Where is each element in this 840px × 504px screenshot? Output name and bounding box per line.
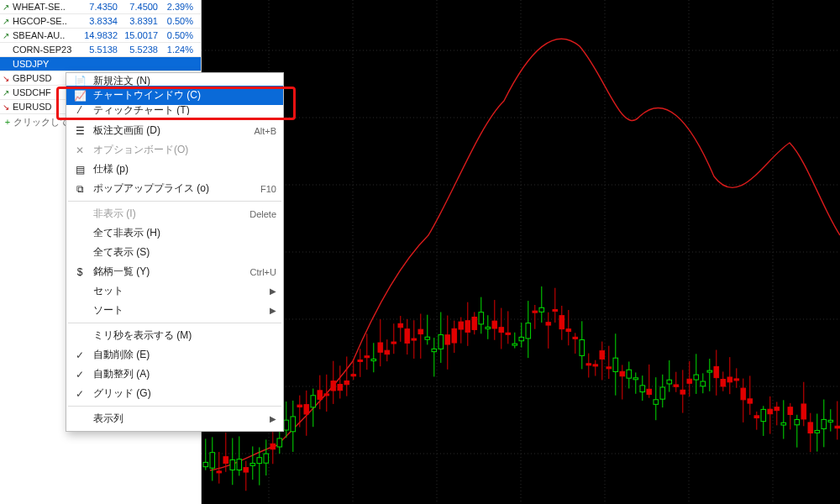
svg-rect-62 bbox=[358, 360, 363, 361]
bid-cell: 14.9832 bbox=[77, 30, 118, 40]
svg-rect-204 bbox=[835, 426, 840, 428]
svg-rect-106 bbox=[506, 333, 511, 334]
svg-rect-80 bbox=[418, 329, 423, 333]
menu-item[interactable]: セット▶ bbox=[66, 281, 283, 301]
svg-rect-148 bbox=[647, 389, 652, 394]
svg-rect-180 bbox=[754, 416, 759, 418]
svg-rect-156 bbox=[674, 385, 679, 386]
menu-item: 非表示 (I)Delete bbox=[66, 204, 283, 223]
menu-item[interactable]: ✓自動削除 (E) bbox=[66, 345, 283, 365]
watchlist-row[interactable]: CORN-SEP235.51385.52381.24% bbox=[0, 43, 201, 57]
ask-cell: 15.0017 bbox=[118, 30, 158, 40]
chevron-right-icon: ▶ bbox=[270, 414, 276, 423]
spec-icon: ▤ bbox=[71, 163, 88, 176]
svg-rect-132 bbox=[593, 365, 598, 366]
chart-area[interactable] bbox=[202, 0, 840, 504]
menu-item[interactable]: $銘柄一覧 (Y)Ctrl+U bbox=[66, 262, 283, 281]
svg-rect-190 bbox=[788, 407, 793, 415]
menu-item[interactable]: ✓自動整列 (A) bbox=[66, 365, 283, 384]
svg-rect-112 bbox=[526, 323, 531, 339]
svg-rect-200 bbox=[822, 419, 827, 428]
svg-rect-76 bbox=[405, 329, 410, 344]
svg-rect-64 bbox=[365, 356, 370, 358]
svg-rect-32 bbox=[257, 458, 262, 464]
svg-rect-58 bbox=[344, 381, 349, 384]
chevron-right-icon: ▶ bbox=[270, 306, 276, 315]
blank-icon bbox=[71, 412, 88, 426]
opt-icon: ✕ bbox=[71, 144, 88, 157]
change-cell: 0.50% bbox=[158, 16, 197, 26]
svg-rect-198 bbox=[815, 430, 820, 433]
svg-rect-118 bbox=[546, 323, 551, 325]
svg-rect-178 bbox=[748, 399, 753, 403]
change-cell: 0.50% bbox=[158, 30, 197, 40]
change-cell: 2.39% bbox=[158, 2, 197, 12]
svg-rect-94 bbox=[465, 321, 470, 333]
menu-item[interactable]: ✓グリッド (G) bbox=[66, 384, 283, 403]
arrow-up-icon: ↗ bbox=[0, 88, 12, 97]
add-symbol-label: クリックして bbox=[13, 116, 69, 129]
popup-icon: ⧉ bbox=[71, 182, 88, 196]
menu-item[interactable]: ソート▶ bbox=[66, 301, 283, 320]
svg-rect-110 bbox=[519, 337, 524, 340]
svg-rect-142 bbox=[627, 370, 632, 378]
svg-rect-30 bbox=[250, 464, 255, 466]
blank-icon bbox=[71, 304, 88, 318]
arrow-down-icon: ↘ bbox=[0, 102, 12, 112]
svg-rect-102 bbox=[492, 321, 497, 328]
menu-item[interactable]: ☰板注文画面 (D)Alt+B bbox=[66, 121, 283, 140]
bid-cell: 3.8334 bbox=[77, 16, 118, 26]
menu-item[interactable]: 全て非表示 (H) bbox=[66, 223, 283, 243]
svg-rect-36 bbox=[270, 444, 276, 449]
svg-rect-134 bbox=[600, 351, 605, 360]
svg-rect-188 bbox=[781, 423, 786, 425]
svg-rect-136 bbox=[606, 367, 612, 369]
menu-item[interactable]: 全て表示 (S) bbox=[66, 243, 283, 262]
board-icon: ☰ bbox=[71, 124, 88, 138]
svg-rect-196 bbox=[808, 423, 813, 433]
svg-rect-130 bbox=[586, 364, 591, 365]
menu-separator bbox=[68, 406, 281, 407]
menu-item-label: セット bbox=[93, 284, 270, 298]
list-icon: $ bbox=[71, 265, 88, 279]
watchlist-row[interactable]: ↗WHEAT-SE..7.43507.45002.39% bbox=[0, 0, 201, 14]
svg-rect-96 bbox=[472, 318, 477, 330]
menu-item[interactable]: 表示列▶ bbox=[66, 409, 283, 428]
arrow-down-icon: ↘ bbox=[0, 74, 12, 83]
menu-item[interactable]: ミリ秒を表示する (M) bbox=[66, 326, 283, 345]
svg-rect-50 bbox=[318, 391, 323, 400]
menu-item-label: ミリ秒を表示する (M) bbox=[93, 328, 276, 343]
svg-rect-68 bbox=[378, 343, 383, 352]
svg-rect-158 bbox=[680, 390, 685, 394]
menu-item[interactable]: ⧉ポップアッププライス (o)F10 bbox=[66, 179, 283, 198]
watchlist-row[interactable]: ↗SBEAN-AU..14.983215.00170.50% bbox=[0, 29, 201, 43]
menu-item-label: ティックチャート (T) bbox=[93, 105, 276, 115]
menu-shortcut: Delete bbox=[249, 209, 276, 219]
svg-rect-20 bbox=[217, 471, 222, 473]
menu-separator bbox=[68, 201, 281, 202]
menu-item-label: 板注文画面 (D) bbox=[93, 123, 254, 138]
svg-rect-98 bbox=[479, 312, 484, 324]
menu-item-label: ポップアッププライス (o) bbox=[93, 181, 260, 196]
menu-shortcut: F10 bbox=[260, 184, 276, 194]
menu-item[interactable]: ▤仕様 (p) bbox=[66, 160, 283, 179]
menu-item[interactable]: ⁄ティックチャート (T) bbox=[66, 105, 283, 115]
svg-rect-114 bbox=[533, 311, 538, 312]
svg-rect-120 bbox=[553, 310, 558, 312]
menu-shortcut: Alt+B bbox=[254, 126, 276, 136]
svg-rect-28 bbox=[244, 468, 249, 472]
menu-item[interactable]: 📄新規注文 (N) bbox=[66, 76, 283, 86]
bid-cell: 5.5138 bbox=[77, 45, 118, 55]
context-menu: 📄新規注文 (N)📈チャートウインドウ (C)⁄ティックチャート (T)☰板注文… bbox=[66, 72, 284, 432]
doc-icon: 📄 bbox=[71, 76, 88, 86]
svg-rect-164 bbox=[701, 381, 706, 386]
watchlist-row[interactable]: ↗HGCOP-SE..3.83343.83910.50% bbox=[0, 14, 201, 29]
menu-item[interactable]: 📈チャートウインドウ (C) bbox=[66, 86, 283, 105]
menu-item-label: 自動削除 (E) bbox=[93, 348, 276, 362]
menu-item: ✕オプションボード(O) bbox=[66, 140, 283, 160]
svg-rect-22 bbox=[223, 457, 228, 464]
svg-rect-184 bbox=[768, 409, 773, 414]
svg-rect-160 bbox=[687, 379, 692, 383]
blank-icon bbox=[71, 246, 88, 260]
watchlist-row[interactable]: USDJPY bbox=[0, 57, 201, 71]
